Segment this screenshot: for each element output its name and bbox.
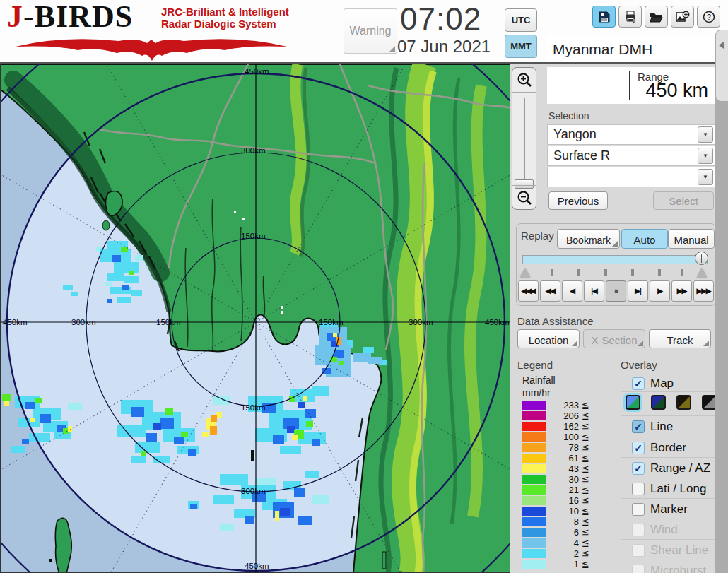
map-style-swatches	[621, 391, 715, 416]
legend-row: 100≦	[522, 432, 600, 442]
svg-text:150km: 150km	[156, 318, 181, 326]
legend-row: 8≦	[522, 516, 600, 527]
svg-text:450km: 450km	[485, 318, 510, 326]
svg-text:150km: 150km	[241, 403, 266, 412]
chevron-down-icon[interactable]: ▼	[698, 126, 713, 143]
map-style-grayscale[interactable]	[702, 395, 717, 410]
zoom-in-button[interactable]	[512, 68, 536, 93]
track-button[interactable]: Track	[649, 329, 711, 348]
chevron-down-icon[interactable]: ▼	[698, 169, 713, 185]
legend-row: 78≦	[522, 442, 600, 453]
xsection-button[interactable]: X-Section	[583, 329, 645, 348]
logo-rest: -BIRDS	[23, 0, 133, 34]
zoom-slider-track[interactable]	[524, 98, 525, 181]
stop-button[interactable]: ■	[606, 280, 626, 302]
play-button[interactable]: ▶	[650, 280, 670, 302]
location-button[interactable]: Location	[517, 329, 580, 348]
legend-row: 2≦	[522, 548, 600, 559]
legend-row: 10≦	[522, 506, 600, 516]
data-assistance-label: Data Assistance	[517, 315, 594, 327]
map-checkbox[interactable]: ✓	[632, 377, 645, 390]
selection-label: Selection	[548, 110, 589, 122]
panel-collapse-handle[interactable]	[715, 30, 728, 102]
map-style-navy-darkgreen[interactable]	[651, 395, 666, 410]
svg-text:450km: 450km	[245, 562, 269, 570]
capture-image-button[interactable]	[671, 6, 694, 28]
map-style-olive[interactable]	[676, 395, 691, 410]
station-name: Myanmar DMH	[546, 35, 715, 62]
help-icon: ?	[703, 11, 715, 23]
overlay-row-marker: Marker	[621, 498, 715, 519]
step-forward-button[interactable]: ▶|	[628, 280, 648, 302]
control-panel: Range 450 km Selection Yangon ▼ Surface …	[510, 64, 715, 573]
forward-button[interactable]: ▶▶	[671, 280, 692, 302]
radar-map[interactable]: 450km 300km 150km 150km 300km 450km 450k…	[0, 64, 510, 573]
step-back-button[interactable]: |◀	[584, 280, 604, 302]
svg-text:300km: 300km	[241, 146, 266, 155]
svg-text:300km: 300km	[409, 318, 433, 326]
legend-unit: Rainfall mm/hr	[522, 374, 556, 399]
zoom-in-icon	[517, 72, 532, 88]
site-dropdown[interactable]: Yangon ▼	[547, 124, 715, 145]
save-icon	[598, 11, 611, 23]
legend-row: 43≦	[522, 463, 600, 474]
lati-long-checkbox[interactable]	[632, 483, 645, 495]
range-display: Range 450 km	[547, 67, 715, 104]
image-plus-icon	[676, 11, 690, 23]
map-zoom-widget	[512, 67, 536, 210]
zoom-out-button[interactable]	[512, 185, 536, 210]
select-button[interactable]: Select	[653, 191, 714, 210]
range-start-marker[interactable]	[520, 268, 530, 278]
warning-button[interactable]: Warning	[344, 8, 397, 54]
svg-text:300km: 300km	[71, 318, 96, 326]
legend-row: 162≦	[522, 421, 600, 432]
rewind-fast-button[interactable]: ◀◀◀	[518, 280, 539, 302]
legend-label: Legend	[517, 359, 553, 371]
header-bar: J-BIRDS JRC-Brilliant & Intelligent Rada…	[0, 0, 728, 64]
auto-button[interactable]: Auto	[621, 229, 668, 249]
radar-map-canvas: 450km 300km 150km 150km 300km 450km 450k…	[1, 64, 510, 573]
help-button[interactable]: ?	[697, 6, 720, 28]
overlay-row-range-az: ✓ Range / AZ	[621, 457, 715, 478]
replay-slider-track[interactable]	[522, 255, 708, 264]
manual-button[interactable]: Manual	[668, 229, 715, 249]
product-dropdown[interactable]: Surface R ▼	[547, 146, 715, 166]
previous-button[interactable]: Previous	[548, 191, 608, 210]
border-checkbox[interactable]: ✓	[632, 442, 645, 454]
legend-row: 4≦	[522, 538, 600, 548]
print-button[interactable]	[618, 6, 642, 28]
clock-date: 07 Jun 2021	[397, 37, 510, 57]
eagle-logo-icon	[13, 34, 290, 62]
folder-icon	[650, 11, 663, 23]
mmt-button[interactable]: MMT	[505, 35, 537, 58]
overlay-row-lati-long: Lati / Long	[621, 478, 715, 499]
bookmark-button[interactable]: Bookmark	[557, 229, 620, 249]
replay-label: Replay	[521, 230, 554, 242]
overlay-row-map: ✓ Map	[621, 373, 715, 394]
forward-fast-button[interactable]: ▶▶▶	[693, 280, 714, 302]
legend-row: 233≦	[522, 400, 600, 410]
overlay-row-line: ✓ Line	[621, 416, 715, 437]
extra-dropdown[interactable]: ▼	[547, 167, 715, 187]
legend-row: 61≦	[522, 453, 600, 463]
open-folder-button[interactable]	[645, 6, 668, 28]
replay-slider-thumb[interactable]	[695, 252, 708, 265]
utc-button[interactable]: UTC	[505, 8, 537, 32]
wind-checkbox	[632, 524, 645, 536]
jbirds-app: { "header": { "logo_title": "J-BIRDS", "…	[0, 0, 728, 573]
rewind-button[interactable]: ◀◀	[540, 280, 560, 302]
overlay-row-microburst: Microburst	[621, 560, 715, 573]
play-reverse-button[interactable]: ◀	[562, 280, 582, 302]
chevron-down-icon[interactable]: ▼	[698, 148, 713, 164]
range-az-checkbox[interactable]: ✓	[632, 462, 645, 475]
save-button[interactable]	[592, 6, 616, 28]
map-style-blue-green[interactable]	[626, 395, 640, 410]
svg-text:450km: 450km	[245, 67, 269, 76]
marker-checkbox[interactable]	[632, 503, 645, 516]
shear-line-checkbox	[632, 544, 645, 557]
line-checkbox[interactable]: ✓	[632, 420, 645, 433]
range-end-marker[interactable]	[697, 268, 707, 278]
legend-row: 1≦	[522, 559, 600, 569]
logo-letter-j: J	[7, 0, 23, 34]
app-logo: J-BIRDS JRC-Brilliant & Intelligent Rada…	[7, 1, 290, 62]
